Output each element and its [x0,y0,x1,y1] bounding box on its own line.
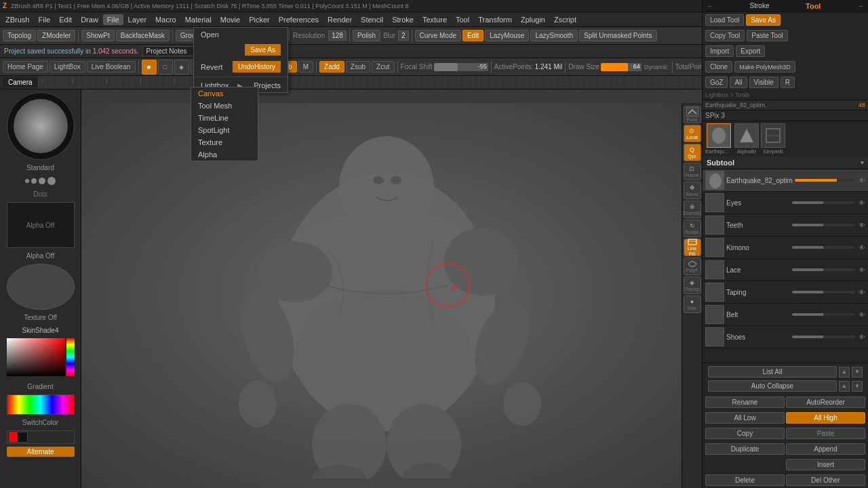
draw-mode-active[interactable]: ■ [142,60,157,75]
paste-tool-btn[interactable]: Paste Tool [747,30,788,41]
backface-mask-btn[interactable]: BackfaceMask [116,30,170,41]
all-low-btn[interactable]: All Low [705,412,785,424]
canvas-sub-toolmesh[interactable]: Tool Mesh [191,100,258,112]
revert-item[interactable]: Revert UndoHistory [194,58,288,75]
insert-btn[interactable]: Insert [786,459,865,470]
subtool-eye-eyes[interactable]: 👁 [859,199,865,207]
r-btn[interactable]: R [781,77,795,88]
canvas-sub-texture[interactable]: Texture [191,136,258,148]
zoom3d-btn[interactable]: ⊕ Zoom3D [684,201,701,218]
list-all-icon-2[interactable]: ▼ [852,367,863,378]
subtool-section-title[interactable]: Subtool ▾ [703,157,868,169]
menu-movie[interactable]: Movie [216,14,244,25]
lazysmooth-btn[interactable]: LazySmooth [530,30,578,41]
draw-size-slider[interactable]: 64 [601,63,642,71]
polish-btn[interactable]: Polish [353,30,380,41]
canvas-sub-canvas[interactable]: Canvas [191,87,258,100]
subtool-eye-taping[interactable]: 👁 [859,289,865,296]
focal-shift-slider[interactable]: -55 [434,63,488,71]
resolution-value[interactable]: 128 [328,30,347,41]
auto-reorder-btn[interactable]: AutoReorder [786,396,865,408]
clone-btn[interactable]: Clone [705,61,732,73]
color-picker[interactable] [7,338,75,379]
visible-btn[interactable]: Visible [749,77,778,88]
solo-btn[interactable]: ● Solo [684,296,701,313]
edit-btn-top[interactable]: Edit [462,30,484,41]
rotate-btn[interactable]: ↻ Rotate [684,220,701,237]
switch-color-box[interactable] [7,430,75,444]
blur-value[interactable]: 2 [398,30,409,41]
menu-stencil[interactable]: Stencil [357,14,387,25]
list-all-icon-1[interactable]: ▲ [839,367,850,378]
menu-tool[interactable]: Tool [452,14,473,25]
subtool-eye-teeth[interactable]: 👁 [859,222,865,229]
timeline-bar[interactable]: | | | | | | [39,76,705,89]
menu-material[interactable]: Material [181,14,216,25]
color-gradient-bar[interactable] [7,394,75,415]
floor-btn[interactable]: Floor [684,106,701,123]
qyz-btn[interactable]: Q Qyz [684,144,701,161]
thumb-earthquake[interactable]: Earthquake_82 [705,123,732,155]
menu-edit[interactable]: Edit [55,14,76,25]
copy-tool-btn[interactable]: Copy Tool [705,30,745,41]
import-btn[interactable]: Import [705,45,734,57]
canvas-sub-alpha[interactable]: Alpha [191,148,258,161]
subtool-eye-earthquake[interactable]: 👁 [859,177,865,184]
canvas-sub-timeline[interactable]: TimeLine [191,112,258,124]
save-as-item[interactable]: Save As [194,41,288,58]
subtool-slider-taping[interactable] [792,291,856,293]
subtool-item-taping[interactable]: Taping 👁 [703,281,868,304]
menu-preferences[interactable]: Preferences [275,14,323,25]
subtool-slider-belt[interactable] [792,313,856,316]
zadd-btn[interactable]: Zadd [319,61,344,73]
menu-draw[interactable]: Draw [77,14,102,25]
live-boolean-btn[interactable]: Live Boolean [87,61,136,73]
undo-history-btn[interactable]: UndoHistory [233,61,281,73]
menu-zbrush[interactable]: ZBrush [1,14,33,25]
canvas-sub-spotlight[interactable]: SpotLight [191,124,258,136]
color-hue-box[interactable] [7,338,65,376]
paste-btn[interactable]: Paste [786,428,865,439]
draw-mode-1[interactable]: □ [158,60,173,75]
local-btn[interactable]: ⊙ Local [684,125,701,142]
3d-viewport[interactable] [81,103,692,488]
lazymouse-btn[interactable]: LazyMouse [485,30,529,41]
subtool-slider-kimono[interactable] [792,246,856,249]
subtool-eye-kimono[interactable]: 👁 [859,244,865,251]
subtool-eye-lace[interactable]: 👁 [859,266,865,274]
open-item[interactable]: Open [194,28,288,41]
load-tool-btn[interactable]: Load Tool [705,14,744,26]
subtool-slider-eyes[interactable] [792,201,856,204]
menu-render[interactable]: Render [323,14,356,25]
subtool-slider-lace[interactable] [792,268,856,271]
menu-layer[interactable]: Layer [124,14,151,25]
make-poly-btn[interactable]: Make PolyMesh3D [734,61,795,73]
line-fill-btn[interactable]: Line Fill [684,239,701,256]
goz-btn[interactable]: GoZ [705,77,728,88]
subtool-item-kimono[interactable]: Kimono 👁 [703,237,868,259]
frame-btn[interactable]: ⊡ Frame [684,163,701,180]
showpt-btn[interactable]: ShowPt [81,30,114,41]
menu-zscript[interactable]: Zscript [550,14,580,25]
all-btn[interactable]: All [730,77,747,88]
subtool-item-eyes[interactable]: Eyes 👁 [703,192,868,214]
auto-collapse-icon-1[interactable]: ▲ [839,381,850,392]
subtool-item-earthquake[interactable]: Earthquake_82_optim 👁 [703,169,868,192]
menu-file[interactable]: File [34,14,54,25]
rename-btn[interactable]: Rename [705,396,785,408]
subtool-item-lace[interactable]: Lace 👁 [703,259,868,281]
camera-label[interactable]: Camera [3,77,39,87]
home-page-btn[interactable]: Home Page [3,61,48,73]
subtool-slider-earthquake[interactable] [795,179,855,182]
delete-btn[interactable]: Delete [705,474,785,486]
zsub-btn[interactable]: Zsub [346,61,370,73]
color-black-swatch[interactable] [17,432,28,443]
thumb-simple[interactable]: SimpleB [761,123,785,155]
lightbox-btn[interactable]: LightBox [50,61,85,73]
copy-btn[interactable]: Copy [705,428,785,439]
curve-mode-btn[interactable]: Curve Mode [415,30,461,41]
split-unmasked-btn[interactable]: Split Unmasked Points [579,30,657,41]
menu-file2[interactable]: File [103,14,123,25]
auto-collapse-icon-2[interactable]: ▼ [852,381,863,392]
canvas-area[interactable] [81,103,692,488]
